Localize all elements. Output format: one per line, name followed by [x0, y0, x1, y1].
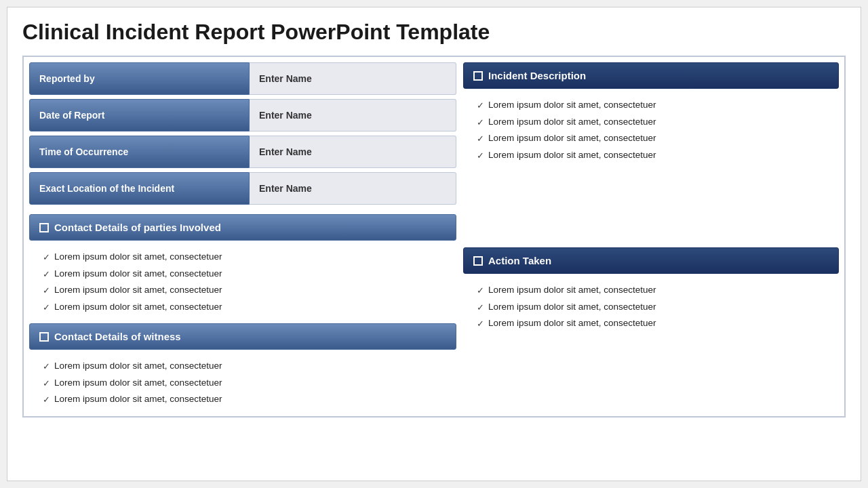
list-item-text: Lorem ipsum dolor sit amet, consectetuer [488, 115, 656, 129]
list-item: ✓ Lorem ipsum dolor sit amet, consectetu… [43, 359, 450, 373]
checkmark-icon: ✓ [43, 284, 50, 298]
list-item-text: Lorem ipsum dolor sit amet, consectetuer [488, 317, 656, 330]
checkmark-icon: ✓ [477, 132, 484, 146]
list-item: ✓ Lorem ipsum dolor sit amet, consectetu… [43, 376, 450, 390]
checkbox-icon-contact-parties [39, 223, 49, 232]
form-row-reported-by: Reported by Enter Name [29, 62, 456, 95]
list-item: ✓ Lorem ipsum dolor sit amet, consectetu… [477, 115, 832, 129]
list-item-text: Lorem ipsum dolor sit amet, consectetuer [488, 300, 656, 314]
value-time-of-occurrence[interactable]: Enter Name [250, 136, 456, 168]
checkmark-icon: ✓ [477, 116, 484, 129]
checkbox-icon-action [473, 256, 483, 266]
action-taken-header: Action Taken [463, 247, 839, 274]
action-taken-title: Action Taken [488, 255, 551, 266]
contact-parties-header: Contact Details of parties Involved [29, 214, 456, 241]
incident-description-section: Incident Description ✓ Lorem ipsum dolor… [463, 62, 839, 166]
value-date-of-report[interactable]: Enter Name [250, 99, 456, 131]
list-item: ✓ Lorem ipsum dolor sit amet, consectetu… [477, 148, 832, 163]
list-item: ✓ Lorem ipsum dolor sit amet, consectetu… [477, 131, 832, 146]
incident-description-list: ✓ Lorem ipsum dolor sit amet, consectetu… [463, 93, 839, 166]
page-container: Clinical Incident Report PowerPoint Temp… [7, 7, 861, 481]
list-item: ✓ Lorem ipsum dolor sit amet, consectetu… [43, 267, 450, 281]
checkbox-icon-witness [39, 332, 49, 342]
checkmark-icon: ✓ [43, 393, 50, 407]
label-reported-by: Reported by [29, 62, 250, 95]
value-exact-location[interactable]: Enter Name [250, 172, 456, 205]
list-item: ✓ Lorem ipsum dolor sit amet, consectetu… [477, 300, 832, 314]
page-title: Clinical Incident Report PowerPoint Temp… [22, 20, 846, 45]
list-item-text: Lorem ipsum dolor sit amet, consectetuer [54, 267, 222, 281]
checkmark-icon: ✓ [43, 251, 50, 264]
checkmark-icon: ✓ [477, 284, 484, 298]
contact-witness-title: Contact Details of witness [54, 331, 181, 342]
label-exact-location: Exact Location of the Incident [29, 172, 250, 205]
checkmark-icon: ✓ [477, 99, 484, 113]
list-item-text: Lorem ipsum dolor sit amet, consectetuer [54, 283, 222, 297]
label-date-of-report: Date of Report [29, 99, 250, 131]
right-panel: Incident Description ✓ Lorem ipsum dolor… [463, 62, 839, 411]
checkmark-icon: ✓ [43, 377, 50, 390]
contact-witness-header: Contact Details of witness [29, 323, 456, 350]
contact-parties-list: ✓ Lorem ipsum dolor sit amet, consectetu… [29, 245, 456, 318]
list-item: ✓ Lorem ipsum dolor sit amet, consectetu… [477, 98, 832, 113]
list-item-text: Lorem ipsum dolor sit amet, consectetuer [488, 148, 656, 162]
checkmark-icon: ✓ [477, 149, 484, 163]
list-item: ✓ Lorem ipsum dolor sit amet, consectetu… [43, 300, 450, 314]
list-item: ✓ Lorem ipsum dolor sit amet, consectetu… [43, 392, 450, 407]
list-item-text: Lorem ipsum dolor sit amet, consectetuer [54, 300, 222, 314]
main-content: Reported by Enter Name Date of Report En… [22, 56, 846, 418]
action-taken-section: Action Taken ✓ Lorem ipsum dolor sit ame… [463, 247, 839, 335]
checkmark-icon: ✓ [43, 360, 50, 373]
checkmark-icon: ✓ [477, 301, 484, 314]
list-item-text: Lorem ipsum dolor sit amet, consectetuer [54, 359, 222, 373]
incident-description-title: Incident Description [488, 70, 586, 81]
checkmark-icon: ✓ [43, 268, 50, 281]
value-reported-by[interactable]: Enter Name [250, 62, 456, 95]
form-row-exact-location: Exact Location of the Incident Enter Nam… [29, 172, 456, 205]
list-item: ✓ Lorem ipsum dolor sit amet, consectetu… [43, 283, 450, 298]
contact-witness-list: ✓ Lorem ipsum dolor sit amet, consectetu… [29, 354, 456, 411]
action-taken-list: ✓ Lorem ipsum dolor sit amet, consectetu… [463, 278, 839, 335]
list-item-text: Lorem ipsum dolor sit amet, consectetuer [54, 392, 222, 406]
list-item: ✓ Lorem ipsum dolor sit amet, consectetu… [477, 317, 832, 331]
list-item-text: Lorem ipsum dolor sit amet, consectetuer [488, 283, 656, 297]
list-item-text: Lorem ipsum dolor sit amet, consectetuer [488, 98, 656, 112]
checkmark-icon: ✓ [43, 301, 50, 314]
incident-description-header: Incident Description [463, 62, 839, 89]
list-item: ✓ Lorem ipsum dolor sit amet, consectetu… [477, 283, 832, 298]
list-item-text: Lorem ipsum dolor sit amet, consectetuer [54, 250, 222, 264]
checkmark-icon: ✓ [477, 317, 484, 331]
form-row-time-of-occurrence: Time of Occurrence Enter Name [29, 136, 456, 168]
checkbox-icon-incident [473, 71, 483, 81]
form-row-date-of-report: Date of Report Enter Name [29, 99, 456, 131]
list-item-text: Lorem ipsum dolor sit amet, consectetuer [488, 131, 656, 145]
contact-parties-title: Contact Details of parties Involved [54, 222, 221, 233]
left-panel: Reported by Enter Name Date of Report En… [29, 62, 456, 411]
label-time-of-occurrence: Time of Occurrence [29, 136, 250, 168]
list-item-text: Lorem ipsum dolor sit amet, consectetuer [54, 376, 222, 390]
list-item: ✓ Lorem ipsum dolor sit amet, consectetu… [43, 250, 450, 264]
